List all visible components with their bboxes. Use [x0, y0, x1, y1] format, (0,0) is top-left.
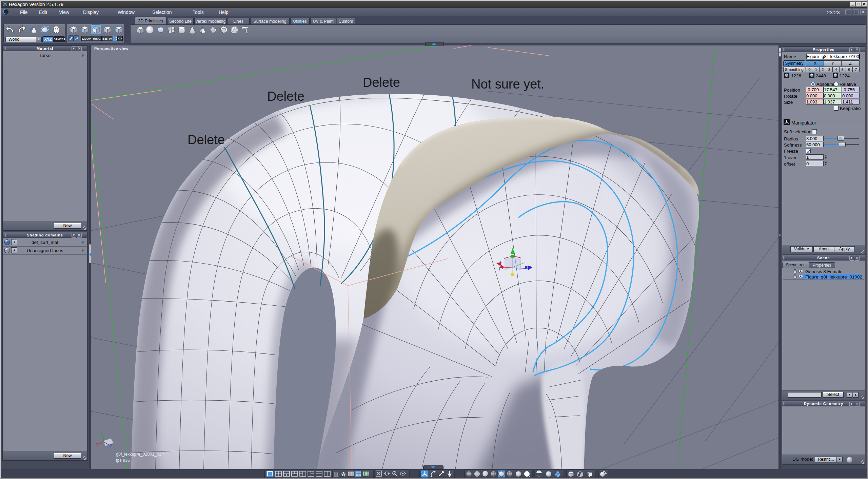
svg-text:Y: Y: [101, 432, 103, 436]
svg-text:Perspective view: Perspective view: [94, 46, 129, 51]
svg-text:fps 936: fps 936: [116, 458, 130, 463]
svg-text:Z: Z: [110, 444, 112, 448]
svg-text:X: X: [96, 443, 98, 446]
svg-text:Delete: Delete: [267, 89, 304, 103]
svg-text:Delete: Delete: [188, 133, 225, 147]
svg-text:g8f_lekkupre_02001_02 *: g8f_lekkupre_02001_02 *: [116, 452, 164, 457]
svg-text:Delete: Delete: [363, 75, 400, 90]
svg-text:Not sure yet.: Not sure yet.: [471, 77, 544, 91]
